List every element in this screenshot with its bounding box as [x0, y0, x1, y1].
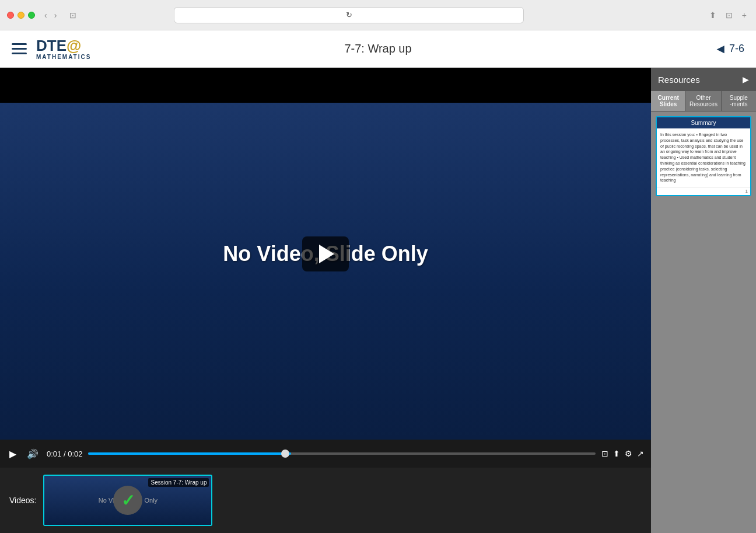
resources-arrow-icon[interactable]: ▶: [743, 75, 749, 84]
share-icon[interactable]: ↗: [637, 449, 644, 458]
back-arrow-icon: ◄: [714, 41, 727, 57]
slide-card-body: In this session you: • Engaged in two pr…: [657, 128, 750, 187]
progress-bar[interactable]: [88, 452, 596, 455]
ctrl-right: ⊡ ⬆ ⚙ ↗: [601, 449, 644, 458]
hamburger-line: [12, 43, 27, 45]
browser-chrome: ‹ › ⊡ ↻ ⬆ ⊡ +: [0, 0, 756, 30]
slide-card-header: Summary: [657, 117, 750, 128]
window-button[interactable]: ⊡: [66, 9, 80, 21]
browser-right-controls: ⬆ ⊡ +: [707, 9, 749, 21]
cast-icon[interactable]: ⬆: [613, 449, 620, 458]
thumb-checkmark-icon: [113, 486, 142, 515]
logo: DTE@ MATHEMATICS: [36, 38, 91, 60]
hamburger-menu[interactable]: [12, 43, 27, 54]
slide-card[interactable]: Summary In this session you: • Engaged i…: [656, 116, 751, 196]
progress-knob[interactable]: [281, 450, 289, 458]
slide-card-num: 1: [657, 187, 750, 195]
back-nav-button[interactable]: ‹: [42, 9, 50, 21]
maximize-button[interactable]: [28, 12, 35, 19]
play-pause-button[interactable]: ▶: [7, 447, 19, 461]
play-button[interactable]: [302, 236, 349, 271]
video-player[interactable]: No Video, Slide Only: [0, 68, 651, 440]
forward-nav-button[interactable]: ›: [52, 9, 60, 21]
video-thumbnail-item[interactable]: No Video, Slide Only Session 7-7: Wrap u…: [43, 475, 212, 526]
thumb-title: Session 7-7: Wrap up: [148, 478, 209, 487]
hamburger-line: [12, 53, 27, 54]
traffic-lights: [7, 12, 35, 19]
minimize-button[interactable]: [18, 12, 24, 19]
new-tab-button[interactable]: ⊡: [723, 9, 735, 21]
videos-label: Videos:: [9, 496, 36, 505]
fullscreen-icon[interactable]: ⊡: [601, 449, 608, 458]
close-button[interactable]: [7, 12, 14, 19]
play-triangle-icon: [319, 245, 334, 263]
resources-header: Resources ▶: [651, 68, 756, 91]
video-controls: ▶ 🔊 0:01 / 0:02 ⊡ ⬆ ⚙ ↗: [0, 440, 651, 468]
logo-at-text: @: [66, 37, 81, 54]
videos-row: Videos: No Video, Slide Only Session 7-7…: [0, 468, 651, 533]
header-nav[interactable]: ◄ 7-6: [714, 41, 744, 57]
resources-tabs: CurrentSlides OtherResources Supple-ment…: [651, 91, 756, 112]
url-bar[interactable]: ↻: [174, 7, 524, 23]
volume-button[interactable]: 🔊: [24, 447, 41, 461]
tab-other-resources[interactable]: OtherResources: [686, 91, 721, 111]
refresh-icon: ↻: [346, 11, 352, 19]
video-area: No Video, Slide Only ▶ 🔊 0:01 / 0:02 ⊡ ⬆…: [0, 68, 651, 533]
settings-icon[interactable]: ⚙: [625, 449, 632, 458]
progress-fill: [88, 452, 291, 455]
current-time: 0:01 / 0:02: [47, 450, 82, 458]
resources-content: Summary In this session you: • Engaged i…: [651, 112, 756, 533]
resources-sidebar: Resources ▶ CurrentSlides OtherResources…: [651, 68, 756, 533]
hamburger-line: [12, 48, 27, 50]
page-title: 7-7: Wrap up: [344, 42, 411, 55]
nav-label[interactable]: 7-6: [729, 43, 744, 55]
main-content: No Video, Slide Only ▶ 🔊 0:01 / 0:02 ⊡ ⬆…: [0, 68, 756, 533]
add-button[interactable]: +: [740, 9, 749, 21]
tab-supplements[interactable]: Supple-ments: [722, 91, 756, 111]
logo-dte-text: DTE: [36, 37, 66, 54]
logo-math: MATHEMATICS: [36, 54, 91, 60]
logo-dte: DTE@: [36, 38, 91, 53]
resources-title: Resources: [658, 75, 700, 85]
browser-nav: ‹ ›: [42, 9, 59, 21]
tab-current-slides[interactable]: CurrentSlides: [651, 91, 686, 111]
share-button[interactable]: ⬆: [707, 9, 719, 21]
app-header: DTE@ MATHEMATICS 7-7: Wrap up ◄ 7-6: [0, 30, 756, 68]
